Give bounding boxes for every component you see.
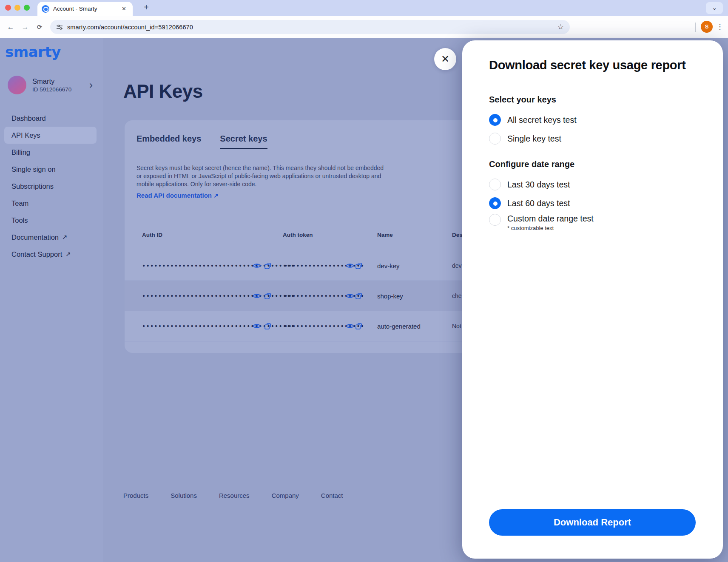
download-report-modal: Download secret key usage report Select …: [462, 40, 723, 559]
radio-all-secret-keys[interactable]: All secret keys test: [489, 114, 577, 126]
tab-close-icon[interactable]: ✕: [119, 5, 128, 13]
close-icon: ✕: [441, 54, 449, 64]
key-name: shop-key: [377, 292, 403, 300]
external-link-icon: ↗: [62, 233, 68, 241]
address-bar[interactable]: smarty.com/account/account_id=5912066670…: [50, 20, 570, 34]
account-id: ID 5912066670: [32, 86, 71, 93]
external-link-icon: ↗: [213, 192, 219, 199]
key-description: dev: [452, 262, 462, 269]
column-description: Des: [452, 232, 463, 238]
footer-link-products[interactable]: Products: [123, 492, 148, 499]
column-name: Name: [377, 232, 393, 238]
browser-menu-icon[interactable]: ⋮: [715, 21, 725, 32]
account-switcher[interactable]: Smarty ID 5912066670 ›: [4, 73, 98, 97]
reveal-auth-token-icon[interactable]: [345, 321, 355, 331]
radio-icon: [489, 114, 501, 126]
reveal-auth-token-icon[interactable]: [345, 291, 355, 301]
tab-title: Account - Smarty: [53, 6, 119, 12]
account-name: Smarty: [32, 77, 71, 85]
sidebar-item-billing[interactable]: Billing: [0, 144, 103, 161]
reveal-auth-id-icon[interactable]: [252, 291, 262, 301]
copy-auth-id-icon[interactable]: [263, 321, 273, 331]
read-api-documentation-link[interactable]: Read API documentation↗: [136, 192, 219, 199]
sidebar-item-subscriptions[interactable]: Subscriptions: [0, 178, 103, 195]
footer-link-resources[interactable]: Resources: [219, 492, 250, 499]
modal-title: Download secret key usage report: [489, 58, 702, 72]
modal-close-button[interactable]: ✕: [434, 48, 456, 70]
copy-auth-id-icon[interactable]: [263, 291, 273, 301]
smarty-logo: smarty: [5, 43, 61, 60]
keys-tabs: Embedded keys Secret keys: [136, 134, 267, 149]
forward-icon[interactable]: →: [20, 22, 31, 33]
sidebar-nav: Dashboard API Keys Billing Single sign o…: [0, 110, 103, 263]
copy-auth-token-icon[interactable]: [354, 261, 364, 270]
sidebar-item-team[interactable]: Team: [0, 195, 103, 212]
radio-icon: [489, 197, 501, 209]
radio-icon: [489, 133, 501, 145]
account-avatar: [8, 76, 26, 94]
copy-auth-id-icon[interactable]: [263, 261, 273, 270]
url-text: smarty.com/account/account_id=5912066670: [67, 24, 193, 31]
radio-icon: [489, 179, 501, 190]
reload-icon[interactable]: ⟳: [34, 22, 45, 33]
sidebar-item-contact-support[interactable]: Contact Support ↗: [0, 246, 103, 263]
toolbar-divider: [695, 23, 696, 32]
footer-link-solutions[interactable]: Solutions: [171, 492, 197, 499]
browser-toolbar: ← → ⟳ smarty.com/account/account_id=5912…: [0, 16, 728, 38]
site-info-icon[interactable]: [56, 24, 63, 31]
reveal-auth-token-icon[interactable]: [345, 261, 355, 270]
reveal-auth-id-icon[interactable]: [252, 261, 262, 270]
sidebar-item-api-keys[interactable]: API Keys: [4, 127, 97, 144]
tab-secret-keys[interactable]: Secret keys: [220, 134, 267, 149]
tab-embedded-keys[interactable]: Embedded keys: [136, 134, 201, 149]
chevron-right-icon: ›: [89, 81, 93, 89]
key-description: Not: [452, 323, 461, 329]
radio-last-30-days[interactable]: Last 30 days test: [489, 179, 570, 190]
select-keys-heading: Select your keys: [489, 95, 556, 105]
browser-tab-strip: Account - Smarty ✕ + ⌄: [0, 0, 728, 16]
radio-icon: [489, 214, 501, 226]
tab-search-chevron-icon[interactable]: ⌄: [706, 2, 723, 14]
key-description: che: [452, 292, 462, 299]
sidebar-item-single-sign-on[interactable]: Single sign on: [0, 161, 103, 178]
footer-link-company[interactable]: Company: [272, 492, 299, 499]
key-name: dev-key: [377, 262, 400, 270]
custom-range-note: * customizable text: [507, 225, 594, 231]
secret-keys-description: Secret keys must be kept secret (hence t…: [136, 164, 385, 188]
footer-link-contact[interactable]: Contact: [321, 492, 343, 499]
column-auth-id: Auth ID: [142, 232, 162, 238]
sidebar-item-documentation[interactable]: Documentation ↗: [0, 229, 103, 246]
window-minimize-button[interactable]: [14, 5, 20, 11]
external-link-icon: ↗: [65, 250, 71, 258]
radio-single-key[interactable]: Single key test: [489, 133, 561, 145]
browser-profile-avatar[interactable]: S: [701, 21, 713, 33]
smarty-favicon-icon: [42, 5, 49, 13]
download-report-button[interactable]: Download Report: [489, 509, 696, 536]
reveal-auth-id-icon[interactable]: [252, 321, 262, 331]
radio-last-60-days[interactable]: Last 60 days test: [489, 197, 570, 209]
window-close-button[interactable]: [5, 5, 11, 11]
sidebar-item-dashboard[interactable]: Dashboard: [0, 110, 103, 127]
page-title: API Keys: [123, 81, 203, 102]
copy-auth-token-icon[interactable]: [354, 321, 364, 331]
window-zoom-button[interactable]: [24, 5, 30, 11]
browser-tab[interactable]: Account - Smarty ✕: [37, 2, 133, 16]
copy-auth-token-icon[interactable]: [354, 291, 364, 301]
column-auth-token: Auth token: [283, 232, 313, 238]
back-icon[interactable]: ←: [5, 22, 16, 33]
bookmark-star-icon[interactable]: ☆: [557, 23, 564, 31]
sidebar: smarty Smarty ID 5912066670 › Dashboard …: [0, 38, 103, 562]
date-range-heading: Configure date range: [489, 159, 574, 169]
sidebar-item-tools[interactable]: Tools: [0, 212, 103, 229]
key-name: auto-generated: [377, 323, 421, 330]
new-tab-button[interactable]: +: [140, 2, 152, 14]
page-footer: Products Solutions Resources Company Con…: [123, 492, 343, 499]
radio-custom-date-range[interactable]: Custom date range test * customizable te…: [489, 214, 594, 231]
